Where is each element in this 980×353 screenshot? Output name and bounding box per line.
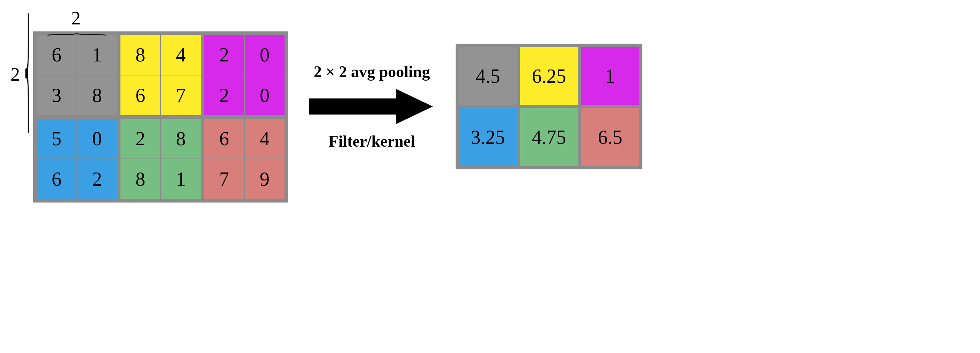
input-cell: 2: [119, 117, 161, 159]
kernel-width-brace: 2 ⏞: [33, 9, 119, 42]
operation-label-bottom: Filter/kernel: [309, 132, 435, 151]
input-matrix-area: 2 ⏞ 2 ⎨ 618420386720502864628179: [14, 11, 288, 202]
input-cell: 8: [161, 117, 202, 159]
output-matrix: 4.56.2513.254.756.5: [456, 44, 643, 169]
input-cell: 6: [119, 75, 161, 117]
input-cell: 9: [244, 159, 286, 201]
input-cell: 7: [202, 159, 244, 201]
pooling-diagram: 2 ⏞ 2 ⎨ 618420386720502864628179 2 × 2 a…: [14, 11, 966, 202]
curly-brace-top-icon: ⏞: [0, 36, 333, 40]
output-cell: 3.25: [457, 107, 519, 168]
input-cell: 8: [77, 75, 119, 117]
operation-arrow-block: 2 × 2 avg pooling Filter/kernel: [309, 62, 435, 151]
output-cell: 4.75: [519, 107, 579, 168]
svg-marker-0: [309, 89, 433, 124]
output-cell: 6.5: [579, 107, 641, 168]
kernel-height-label: 2: [11, 64, 20, 85]
input-cell: 2: [202, 75, 244, 117]
output-cell: 1: [579, 45, 641, 107]
output-cell: 6.25: [519, 45, 579, 107]
input-cell: 0: [244, 75, 286, 117]
input-matrix: 618420386720502864628179: [33, 32, 288, 202]
input-cell: 3: [35, 75, 77, 117]
input-cell: 6: [35, 159, 77, 201]
kernel-width-label: 2: [33, 9, 119, 28]
arrow-right-icon: [309, 87, 435, 126]
input-cell: 6: [202, 117, 244, 159]
operation-label-top: 2 × 2 avg pooling: [309, 62, 435, 81]
input-cell: 2: [77, 159, 119, 201]
input-cell: 7: [161, 75, 202, 117]
input-cell: 5: [35, 117, 77, 159]
input-cell: 8: [119, 159, 161, 201]
input-cell: 0: [77, 117, 119, 159]
input-cell: 1: [161, 159, 202, 201]
output-cell: 4.5: [457, 45, 519, 107]
input-cell: 4: [244, 117, 286, 159]
kernel-height-brace: 2 ⎨: [11, 32, 35, 117]
